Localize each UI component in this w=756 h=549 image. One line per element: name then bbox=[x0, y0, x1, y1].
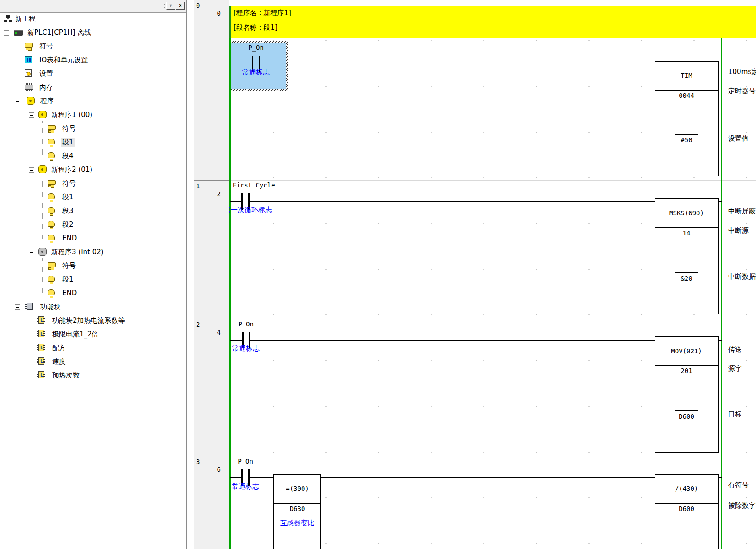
collapse-minus-icon[interactable] bbox=[29, 167, 34, 173]
tree-item-project[interactable]: 新工程 bbox=[0, 13, 186, 26]
project-tree-panel: 新工程 新PLC1[CP1H] 离线 符号 IO表和单元设置 设置 内存 程序 … bbox=[0, 0, 187, 549]
tree-item-program1[interactable]: 新程序1 (00) bbox=[0, 108, 186, 122]
operand-overline bbox=[675, 410, 698, 411]
operand-label: 源字 bbox=[728, 364, 756, 373]
tree-item-section3[interactable]: 段3 bbox=[0, 204, 186, 218]
tree-item-label: 符号 bbox=[62, 179, 76, 188]
wire bbox=[230, 340, 243, 341]
tree-item-section1[interactable]: 段1 bbox=[0, 136, 186, 149]
tree-item-fb-def[interactable]: 功能块2加热电流系数等 bbox=[0, 314, 186, 328]
instruction-box-msks[interactable]: MSKS(690) 14 &20 bbox=[655, 198, 719, 314]
panel-divider[interactable] bbox=[187, 0, 194, 549]
operand-label: 定时器号 bbox=[728, 87, 756, 96]
collapse-minus-icon[interactable] bbox=[29, 112, 34, 118]
tree-item-label: 新PLC1[CP1H] 离线 bbox=[27, 28, 91, 37]
tree-item-symbols[interactable]: 符号 bbox=[0, 40, 186, 53]
tree-item-io-table[interactable]: IO表和单元设置 bbox=[0, 53, 186, 67]
tree-item-function-blocks[interactable]: 功能块 bbox=[0, 300, 186, 314]
program-name-comment: [程序名 : 新程序1] bbox=[234, 9, 291, 17]
fb-definition-icon bbox=[38, 344, 44, 351]
tree-item-program2[interactable]: 新程序2 (01) bbox=[0, 163, 186, 177]
instruction-box-tim[interactable]: TIM 0044 #50 bbox=[655, 61, 719, 176]
tree-item-fb-def[interactable]: 速度 bbox=[0, 355, 186, 369]
contact-comment: 常通标志 bbox=[227, 482, 264, 491]
operand-label: 被除数字 bbox=[728, 501, 756, 510]
contact-label: P_On bbox=[227, 458, 264, 465]
rung-margin-cell[interactable]: 3 6 bbox=[194, 456, 229, 549]
tree-panel-titlebar[interactable] bbox=[0, 0, 186, 13]
section-icon bbox=[48, 276, 55, 282]
section-icon bbox=[48, 235, 55, 240]
tree-item-plc[interactable]: 新PLC1[CP1H] 离线 bbox=[0, 26, 186, 40]
tree-item-symbols[interactable]: 符号 bbox=[0, 177, 186, 191]
rung-margin-cell[interactable]: 0 0 bbox=[194, 0, 229, 180]
instruction-name: /(430) bbox=[655, 485, 718, 492]
collapse-minus-icon[interactable] bbox=[29, 250, 34, 255]
step-number: 6 bbox=[194, 466, 221, 473]
tree-item-label: 段3 bbox=[62, 207, 74, 215]
ladder-editor[interactable]: [程序名 : 新程序1] [段名称 : 段1] P_On 常通标志 TIM 00… bbox=[194, 0, 756, 549]
fb-definition-icon bbox=[38, 357, 44, 365]
section-icon bbox=[48, 289, 55, 295]
tree-item-end[interactable]: END bbox=[0, 232, 186, 245]
tree-item-section1[interactable]: 段1 bbox=[0, 273, 186, 287]
operand: #50 bbox=[655, 136, 718, 144]
program-icon bbox=[38, 111, 47, 118]
instruction-name: MOV(021) bbox=[655, 347, 718, 355]
tree-item-label: END bbox=[62, 289, 77, 297]
tree-item-section4[interactable]: 段4 bbox=[0, 149, 186, 163]
operand-label: 中断源 bbox=[728, 226, 756, 235]
tree-item-section2[interactable]: 段2 bbox=[0, 218, 186, 232]
left-bus-bar bbox=[229, 6, 231, 549]
dropdown-icon[interactable] bbox=[166, 2, 175, 10]
drag-grip[interactable] bbox=[1, 7, 165, 8]
right-bus-bar bbox=[721, 6, 722, 549]
memory-icon bbox=[25, 85, 33, 90]
tree-item-symbols[interactable]: 符号 bbox=[0, 259, 186, 273]
symbol-table-icon bbox=[48, 180, 56, 185]
instruction-box-div[interactable]: /(430) D600 bbox=[655, 474, 719, 549]
rung-comment-bar[interactable]: [程序名 : 新程序1] [段名称 : 段1] bbox=[231, 6, 756, 38]
close-icon[interactable] bbox=[176, 2, 185, 10]
contact-comment: 常通标志 bbox=[238, 68, 274, 77]
tree-item-programs[interactable]: 程序 bbox=[0, 95, 186, 108]
tree-item-settings[interactable]: 设置 bbox=[0, 67, 186, 81]
rung-margin-cell[interactable]: 2 4 bbox=[194, 319, 229, 456]
collapse-minus-icon[interactable] bbox=[4, 30, 9, 36]
tree-item-end[interactable]: END bbox=[0, 287, 186, 300]
tree-item-label: 符号 bbox=[62, 124, 76, 133]
drag-grip[interactable] bbox=[1, 4, 165, 5]
collapse-minus-icon[interactable] bbox=[15, 304, 20, 310]
tree-item-label: 新程序3 (Int 02) bbox=[51, 248, 104, 256]
operand-comment: 互感器变比 bbox=[274, 519, 320, 528]
wire bbox=[250, 340, 656, 341]
tree-item-fb-def[interactable]: 预热次数 bbox=[0, 369, 186, 383]
tree-item-label: 新工程 bbox=[15, 15, 36, 23]
rung-separator bbox=[229, 180, 756, 181]
settings-icon bbox=[25, 69, 32, 77]
tree-item-label: 功能块2加热电流系数等 bbox=[52, 316, 125, 325]
rung-number: 1 bbox=[196, 182, 200, 190]
operand-overline bbox=[675, 134, 698, 135]
tree-item-section1[interactable]: 段1 bbox=[0, 191, 186, 204]
instruction-separator bbox=[655, 90, 718, 91]
tree-item-symbols[interactable]: 符号 bbox=[0, 122, 186, 136]
section-icon bbox=[48, 139, 55, 144]
tree-item-label: 符号 bbox=[39, 42, 53, 51]
project-tree: 新工程 新PLC1[CP1H] 离线 符号 IO表和单元设置 设置 内存 程序 … bbox=[0, 13, 186, 549]
collapse-minus-icon[interactable] bbox=[15, 99, 20, 104]
rung-margin-cell[interactable]: 1 2 bbox=[194, 180, 229, 319]
instruction-separator bbox=[655, 227, 718, 228]
tree-item-memory[interactable]: 内存 bbox=[0, 81, 186, 95]
instruction-label: 有符号二 bbox=[728, 481, 756, 490]
instruction-separator bbox=[655, 365, 718, 366]
tree-item-label: 程序 bbox=[40, 97, 54, 106]
instruction-box-mov[interactable]: MOV(021) 201 D600 bbox=[655, 336, 719, 453]
instruction-name: MSKS(690) bbox=[655, 209, 718, 217]
tree-item-fb-def[interactable]: 配方 bbox=[0, 341, 186, 355]
section-icon bbox=[48, 193, 55, 199]
tree-item-fb-def[interactable]: 极限电流1_2倍 bbox=[0, 328, 186, 341]
compare-block[interactable]: =(300) D630 互感器变比 bbox=[273, 474, 321, 549]
tree-item-program3[interactable]: 新程序3 (Int 02) bbox=[0, 245, 186, 259]
tree-item-label: 段1 bbox=[62, 193, 74, 202]
